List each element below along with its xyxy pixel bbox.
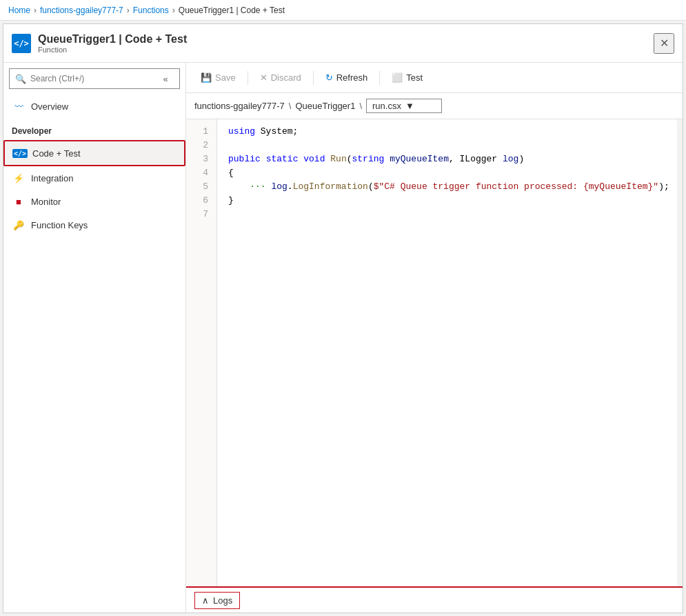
save-button[interactable]: 💾 Save xyxy=(194,69,242,86)
sidebar-item-overview-label: Overview xyxy=(31,101,68,112)
toolbar: 💾 Save ✕ Discard ↻ Refresh ⬜ Test xyxy=(186,63,683,93)
content-area: 💾 Save ✕ Discard ↻ Refresh ⬜ Test xyxy=(186,63,683,613)
sidebar-item-integration-label: Integration xyxy=(31,173,73,183)
filepath-bar: functions-ggailey777-7 \ QueueTrigger1 \… xyxy=(186,93,683,119)
sidebar-item-integration[interactable]: ⚡ Integration xyxy=(3,166,185,190)
wave-icon: 〰 xyxy=(12,99,26,113)
save-icon: 💾 xyxy=(201,72,212,83)
code-line-1: using System; xyxy=(228,125,672,139)
editor-container: 1 2 3 4 5 6 7 using System; public stati… xyxy=(186,119,683,586)
breadcrumb-functions-label[interactable]: Functions xyxy=(133,6,169,15)
window-subtitle: Function xyxy=(38,46,187,54)
search-icon: 🔍 xyxy=(15,74,26,84)
code-line-5: ··· log.LogInformation($"C# Queue trigge… xyxy=(228,180,672,194)
test-button[interactable]: ⬜ Test xyxy=(385,69,429,86)
logs-bar[interactable]: ∧ Logs xyxy=(186,586,683,613)
discard-button[interactable]: ✕ Discard xyxy=(254,69,307,86)
breadcrumb-functions-link[interactable]: functions-ggailey777-7 xyxy=(40,6,123,15)
toolbar-separator-1 xyxy=(248,71,248,85)
window-title-bar: </> QueueTrigger1 | Code + Test Function… xyxy=(3,24,683,63)
sidebar: 🔍 « 〰 Overview Developer </> Code + Test… xyxy=(3,63,186,613)
save-label: Save xyxy=(215,72,236,83)
code-editor[interactable]: using System; public static void Run(str… xyxy=(217,119,683,586)
filepath-file-dropdown[interactable]: run.csx ▼ xyxy=(366,99,442,113)
refresh-label: Refresh xyxy=(336,72,368,83)
filepath-sep2: \ xyxy=(359,101,362,111)
test-label: Test xyxy=(406,72,423,83)
breadcrumb-home[interactable]: Home xyxy=(8,6,30,15)
toolbar-separator-3 xyxy=(379,71,380,85)
sidebar-item-function-keys[interactable]: 🔑 Function Keys xyxy=(3,213,185,237)
breadcrumb: Home › functions-ggailey777-7 › Function… xyxy=(0,0,686,21)
lightning-icon: ⚡ xyxy=(12,171,26,185)
code-icon: </> xyxy=(13,146,27,160)
monitor-icon: ■ xyxy=(12,195,26,208)
discard-label: Discard xyxy=(271,72,301,83)
breadcrumb-current: QueueTrigger1 | Code + Test xyxy=(179,6,285,15)
sidebar-item-monitor[interactable]: ■ Monitor xyxy=(3,190,185,213)
logs-button[interactable]: ∧ Logs xyxy=(194,592,240,609)
discard-icon: ✕ xyxy=(260,72,268,83)
refresh-icon: ↻ xyxy=(325,72,333,83)
line-numbers: 1 2 3 4 5 6 7 xyxy=(186,119,217,586)
filepath-part2: QueueTrigger1 xyxy=(295,101,355,111)
filepath-sep1: \ xyxy=(289,101,292,111)
logs-label: Logs xyxy=(213,595,232,606)
toolbar-separator-2 xyxy=(313,71,314,85)
code-line-3: public static void Run(string myQueueIte… xyxy=(228,152,672,166)
title-text: QueueTrigger1 | Code + Test Function xyxy=(38,33,187,54)
collapse-sidebar-button[interactable]: « xyxy=(157,70,174,87)
sidebar-item-code-test-label: Code + Test xyxy=(32,148,81,159)
title-icon: </> xyxy=(12,34,31,53)
test-icon: ⬜ xyxy=(392,72,403,83)
vertical-scrollbar[interactable] xyxy=(677,119,683,586)
close-button[interactable]: ✕ xyxy=(654,33,674,54)
main-window: </> QueueTrigger1 | Code + Test Function… xyxy=(3,23,683,613)
code-line-6: } xyxy=(228,194,672,208)
sidebar-section-developer: Developer xyxy=(3,118,185,140)
code-line-2 xyxy=(228,139,672,152)
sidebar-item-monitor-label: Monitor xyxy=(31,197,61,207)
search-box-container: 🔍 « xyxy=(9,68,180,89)
chevron-up-icon: ∧ xyxy=(202,595,209,606)
filepath-part1: functions-ggailey777-7 xyxy=(194,101,285,111)
refresh-button[interactable]: ↻ Refresh xyxy=(319,69,374,86)
main-layout: 🔍 « 〰 Overview Developer </> Code + Test… xyxy=(3,63,683,613)
filepath-file-label: run.csx xyxy=(372,101,401,111)
search-input[interactable] xyxy=(30,74,154,83)
chevron-down-icon: ▼ xyxy=(405,101,414,111)
window-title: QueueTrigger1 | Code + Test xyxy=(38,33,187,46)
sidebar-item-function-keys-label: Function Keys xyxy=(31,220,88,230)
key-icon: 🔑 xyxy=(12,218,26,232)
sidebar-item-overview[interactable]: 〰 Overview xyxy=(3,95,185,118)
sidebar-item-code-test[interactable]: </> Code + Test xyxy=(3,140,185,166)
code-line-7 xyxy=(228,208,672,221)
code-line-4: { xyxy=(228,166,672,180)
